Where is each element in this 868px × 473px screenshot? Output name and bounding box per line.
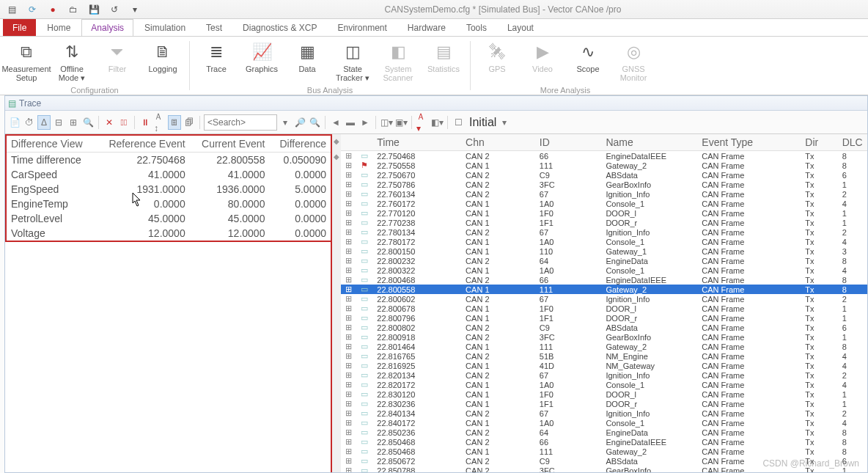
expand-icon[interactable]: ⊞ (341, 370, 356, 380)
expand-icon[interactable]: ⊞ (341, 227, 356, 237)
expand-icon[interactable]: ⊞ (341, 170, 356, 180)
table-row[interactable]: ⊞▭22.800150CAN 1110Gateway_1CAN FrameTx3 (341, 246, 867, 256)
tb-font-size-icon[interactable]: Ａ↕ (153, 115, 166, 130)
ribbon-logging[interactable]: 🗎Logging (141, 40, 185, 84)
expand-icon[interactable]: ⊞ (341, 275, 356, 285)
table-row[interactable]: ⊞▭22.800322CAN 11A0Console_1CAN FrameTx4 (341, 265, 867, 275)
tab-hardware[interactable]: Hardware (398, 19, 455, 36)
expand-icon[interactable]: ⊞ (341, 418, 356, 428)
expand-icon[interactable]: ⊞ (341, 294, 356, 304)
app-menu-icon[interactable]: ▤ (4, 2, 19, 17)
table-row[interactable]: ⊞▭22.800232CAN 264EngineDataCAN FrameTx8 (341, 256, 867, 265)
tb-dropdown-icon[interactable]: ▾ (279, 115, 292, 130)
expand-icon[interactable]: ⊞ (341, 447, 356, 456)
expand-icon[interactable]: ⊞ (341, 199, 356, 208)
tb-export-icon[interactable]: 📄 (8, 115, 21, 130)
trace-column-header[interactable]: Chn (461, 134, 535, 151)
expand-icon[interactable]: ⊞ (341, 399, 356, 408)
table-row[interactable]: ⊞▭22.770238CAN 11F1DOOR_rCAN FrameTx1 (341, 218, 867, 227)
tab-simulation[interactable]: Simulation (135, 19, 195, 36)
qat-save-icon[interactable]: 💾 (87, 2, 101, 17)
diff-row[interactable]: EngSpeed1931.00001936.00005.0000 (7, 182, 331, 197)
tb-nav-next-icon[interactable]: ► (358, 115, 372, 130)
qat-refresh-icon[interactable]: ⟳ (25, 2, 40, 17)
tab-file[interactable]: File (3, 19, 36, 36)
qat-open-icon[interactable]: 🗀 (66, 2, 81, 17)
expand-icon[interactable]: ⊞ (341, 189, 356, 199)
table-row[interactable]: ⊞▭22.750468CAN 266EngineDataIEEECAN Fram… (341, 151, 867, 161)
table-row[interactable]: ⊞▭22.840172CAN 11A0Console_1CAN FrameTx4 (341, 418, 867, 428)
expand-icon[interactable]: ⊞ (341, 323, 356, 332)
expand-icon[interactable]: ⊞ (341, 218, 356, 227)
trace-list-pane[interactable]: TimeChnIDNameEvent TypeDirDLC ⊞▭22.75046… (341, 134, 867, 472)
tb-expand-icon[interactable]: ⊞ (67, 115, 80, 130)
qat-undo-icon[interactable]: ↺ (107, 2, 122, 17)
table-row[interactable]: ⊞▭22.850468CAN 266EngineDataIEEECAN Fram… (341, 437, 867, 447)
tab-analysis[interactable]: Analysis (81, 19, 133, 36)
table-row[interactable]: ⊞▭22.850468CAN 1111Gateway_2CAN FrameTx8 (341, 447, 867, 456)
table-row[interactable]: ⊞▭22.820172CAN 11A0Console_1CAN FrameTx4 (341, 380, 867, 389)
diff-column-header[interactable]: Difference View (7, 136, 95, 153)
tab-diag[interactable]: Diagnostics & XCP (233, 19, 326, 36)
search-input[interactable] (204, 114, 277, 131)
diff-row[interactable]: CarSpeed41.000041.00000.0000 (7, 167, 331, 182)
ribbon-scope[interactable]: ∿Scope (566, 40, 610, 84)
expand-icon[interactable]: ⊞ (341, 342, 356, 351)
expand-icon[interactable]: ⊞ (341, 304, 356, 313)
tb-initial-dropdown-icon[interactable]: ▾ (498, 115, 511, 130)
table-row[interactable]: ⊞⚑22.750558CAN 1111Gateway_2CAN FrameTx8 (341, 161, 867, 170)
table-row[interactable]: ⊞▭22.816925CAN 141DNM_GatewayCAN FrameTx… (341, 361, 867, 370)
tb-color-icon[interactable]: ◧▾ (430, 115, 444, 130)
tb-collapse-icon[interactable]: ⊟ (52, 115, 65, 130)
tab-test[interactable]: Test (196, 19, 232, 36)
ribbon-state-tracker[interactable]: ◫StateTracker ▾ (331, 40, 375, 84)
table-row[interactable]: ⊞▭22.800796CAN 11F1DOOR_rCAN FrameTx1 (341, 313, 867, 323)
expand-icon[interactable]: ⊞ (341, 389, 356, 399)
expand-icon[interactable]: ⊞ (341, 237, 356, 246)
ribbon-offline-mode[interactable]: ⇅OfflineMode ▾ (50, 40, 94, 84)
table-row[interactable]: ⊞▭22.780172CAN 11A0Console_1CAN FrameTx4 (341, 237, 867, 246)
diff-column-header[interactable]: Current Event (190, 136, 270, 153)
tb-nav-bar-icon[interactable]: ▬ (344, 115, 357, 130)
diff-row[interactable]: PetrolLevel45.000045.00000.0000 (7, 211, 331, 226)
table-row[interactable]: ⊞▭22.850236CAN 264EngineDataCAN FrameTx8 (341, 428, 867, 437)
trace-titlebar[interactable]: ▤ Trace (5, 96, 867, 111)
table-row[interactable]: ⊞▭22.780134CAN 267Ignition_InfoCAN Frame… (341, 227, 867, 237)
expand-icon[interactable]: ⊞ (341, 285, 356, 294)
table-row[interactable]: ⊞▭22.801464CAN 1111Gateway_2CAN FrameTx8 (341, 342, 867, 351)
expand-icon[interactable]: ⊞ (341, 265, 356, 275)
ribbon-measurement-setup[interactable]: ⧉MeasurementSetup (4, 40, 48, 84)
diff-row[interactable]: Time difference22.75046822.8005580.05009… (7, 153, 331, 168)
expand-icon[interactable]: ⊞ (341, 351, 356, 361)
table-row[interactable]: ⊞▭22.816765CAN 251BNM_EngineCAN FrameTx4 (341, 351, 867, 361)
table-row[interactable]: ⊞▭22.830120CAN 11F0DOOR_lCAN FrameTx1 (341, 389, 867, 399)
trace-column-header[interactable]: Event Type (697, 134, 801, 151)
diff-row[interactable]: Voltage12.000012.00000.0000 (7, 226, 331, 241)
tb-marker1-icon[interactable]: 🗏 (168, 115, 181, 130)
tb-checkbox-icon[interactable]: ☐ (452, 115, 465, 130)
tb-layout-icon[interactable]: ▣▾ (394, 115, 408, 130)
trace-column-header[interactable]: Time (372, 134, 461, 151)
tb-delete-icon[interactable]: ✕ (103, 115, 116, 130)
tb-font-icon[interactable]: Ａ▾ (416, 115, 429, 130)
expand-icon[interactable]: ⊞ (341, 208, 356, 218)
trace-column-header[interactable]: Name (601, 134, 697, 151)
table-row[interactable]: ⊞▭22.800802CAN 2C9ABSdataCAN FrameTx6 (341, 323, 867, 332)
splitter[interactable]: ◆ ◆ (332, 134, 341, 472)
diff-row[interactable]: EngineTemp0.000080.00000.0000 (7, 197, 331, 211)
expand-icon[interactable]: ⊞ (341, 313, 356, 323)
qat-record-icon[interactable]: ● (45, 2, 60, 17)
trace-column-header[interactable]: DLC (838, 134, 867, 151)
expand-icon[interactable]: ⊞ (341, 456, 356, 466)
expand-icon[interactable]: ⊞ (341, 361, 356, 370)
expand-icon[interactable]: ⊞ (341, 380, 356, 389)
expand-icon[interactable]: ⊞ (341, 332, 356, 342)
expand-icon[interactable]: ⊞ (341, 437, 356, 447)
table-row[interactable]: ⊞▭22.770120CAN 11F0DOOR_lCAN FrameTx1 (341, 208, 867, 218)
tb-marker2-icon[interactable]: 🗐 (183, 115, 196, 130)
tb-window-icon[interactable]: ◫▾ (380, 115, 393, 130)
table-row[interactable]: ⊞▭22.800558CAN 1111Gateway_2CAN FrameTx8 (341, 285, 867, 294)
expand-icon[interactable]: ⊞ (341, 161, 356, 170)
table-row[interactable]: ⊞▭22.750786CAN 23FCGearBoxInfoCAN FrameT… (341, 180, 867, 189)
table-row[interactable]: ⊞▭22.820134CAN 267Ignition_InfoCAN Frame… (341, 370, 867, 380)
